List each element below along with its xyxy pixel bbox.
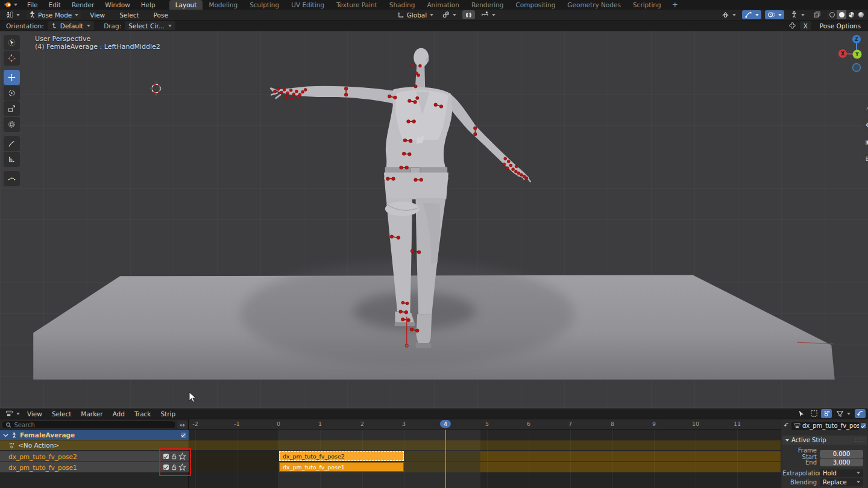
xray-pose-dropdown[interactable] <box>788 10 807 19</box>
menu-window[interactable]: Window <box>99 0 135 10</box>
menu-file[interactable]: File <box>22 0 43 10</box>
gizmo-x-label: X <box>841 51 845 57</box>
pivot-point-dropdown[interactable] <box>439 10 459 19</box>
nla-select-tool-icon[interactable] <box>796 409 807 418</box>
frame-start-value[interactable]: 0.000 <box>820 450 863 458</box>
nla-strip-pose2[interactable]: dx_pm_tuto_fv_pose2 <box>279 451 404 461</box>
xray-box-icon <box>813 11 821 19</box>
tab-scripting[interactable]: Scripting <box>627 0 667 10</box>
pose-options-icon-button[interactable] <box>785 21 800 30</box>
search-input[interactable] <box>14 422 172 428</box>
blender-menu-button[interactable] <box>0 0 22 10</box>
tab-modeling[interactable]: Modeling <box>203 0 244 10</box>
menu-select[interactable]: Select <box>114 10 144 20</box>
close-x-label: X <box>804 22 808 30</box>
tab-sculpting[interactable]: Sculpting <box>244 0 285 10</box>
nla-menu-view[interactable]: View <box>22 409 47 419</box>
tab-animation[interactable]: Animation <box>421 0 465 10</box>
nla-menu-track[interactable]: Track <box>130 409 156 419</box>
nla-view-values-toggle[interactable] <box>821 409 832 418</box>
chevron-down-icon <box>453 14 456 16</box>
toggle-region-button[interactable]: ↔ <box>177 421 187 429</box>
track-row-object[interactable]: FemaleAverage <box>0 430 189 440</box>
nla-strip-pose1[interactable]: dx_pm_tuto_fv_pose1 <box>279 462 404 472</box>
strip-enable-checkbox[interactable] <box>861 423 866 428</box>
tab-shading[interactable]: Shading <box>383 0 421 10</box>
pivot-icon <box>442 11 450 19</box>
add-workspace-button[interactable]: + <box>667 0 683 10</box>
tab-compositing[interactable]: Compositing <box>510 0 562 10</box>
object-track-checkbox[interactable] <box>181 433 186 438</box>
current-frame-badge[interactable]: 4 <box>440 420 451 428</box>
tab-texture-paint[interactable]: Texture Paint <box>330 0 383 10</box>
menu-view[interactable]: View <box>84 10 110 20</box>
orientation-default-dropdown[interactable]: Default <box>48 21 94 30</box>
menu-edit[interactable]: Edit <box>43 0 66 10</box>
tool-measure[interactable] <box>4 152 20 167</box>
menu-pose[interactable]: Pose <box>148 10 174 20</box>
collapse-chevron-icon[interactable] <box>2 432 9 439</box>
tool-move[interactable] <box>4 70 20 85</box>
timeline-ruler[interactable]: -2 -1 0 1 2 3 5 6 7 8 9 10 11 4 <box>189 419 781 430</box>
dots-grid-icon <box>823 410 831 418</box>
overlays-toggle-dropdown[interactable] <box>765 10 784 19</box>
nla-menu-marker[interactable]: Marker <box>76 409 107 419</box>
viewport-3d[interactable]: User Perspective (4) FemaleAverage : Lef… <box>0 31 868 408</box>
nla-editor-type-button[interactable] <box>3 409 22 418</box>
search-icon <box>5 422 11 428</box>
search-field[interactable] <box>1 421 176 429</box>
gizmo-z-label: Z <box>855 37 858 42</box>
active-strip-panel-header[interactable]: Active Strip :::: <box>782 436 867 445</box>
shading-material-button[interactable] <box>846 10 856 19</box>
gizmos-toggle-dropdown[interactable] <box>742 10 761 19</box>
menu-help[interactable]: Help <box>136 0 161 10</box>
nla-menu-strip[interactable]: Strip <box>156 409 180 419</box>
mode-dropdown[interactable]: Pose Mode <box>26 10 81 19</box>
nla-back-to-tweak-icon[interactable] <box>855 409 866 418</box>
navigation-gizmo[interactable]: Z X Y <box>837 34 868 76</box>
playhead-line[interactable] <box>445 430 446 488</box>
scale-icon <box>8 105 16 113</box>
snap-settings-dropdown[interactable] <box>479 10 498 19</box>
annotation-red-box <box>159 448 191 476</box>
shading-wireframe-button[interactable] <box>827 10 837 19</box>
editor-type-button[interactable] <box>3 10 22 19</box>
tool-pose-breakdowner[interactable] <box>4 171 20 186</box>
tab-layout[interactable]: Layout <box>169 0 203 10</box>
tool-transform[interactable] <box>4 117 20 132</box>
drag-dropdown[interactable]: Select Cir... <box>125 21 175 30</box>
nla-menu-select[interactable]: Select <box>47 409 76 419</box>
blender-window: File Edit Render Window Help Layout Mode… <box>0 0 868 488</box>
shading-solid-button[interactable] <box>837 10 846 19</box>
nla-strip-icon <box>794 422 800 429</box>
nla-filter-dropdown[interactable] <box>834 409 853 418</box>
snap-toggle[interactable] <box>462 10 475 19</box>
object-visibility-dropdown[interactable] <box>719 10 738 19</box>
orientation-label: Orientation: <box>0 22 48 30</box>
menu-render[interactable]: Render <box>66 0 99 10</box>
tool-scale[interactable] <box>4 101 20 116</box>
tool-cursor[interactable] <box>4 51 20 66</box>
extrapolation-dropdown[interactable]: Hold <box>820 469 863 477</box>
end-value[interactable]: 3.000 <box>820 458 863 466</box>
nla-frame-region-icon[interactable] <box>808 409 819 418</box>
tab-uv-editing[interactable]: UV Editing <box>285 0 330 10</box>
ruler-tick: 7 <box>568 421 572 427</box>
transform-orientation-dropdown[interactable]: Global <box>395 10 436 19</box>
track-pose2-name: dx_pm_tuto_fv_pose2 <box>8 453 77 460</box>
tab-rendering[interactable]: Rendering <box>465 0 510 10</box>
nla-timeline[interactable]: -2 -1 0 1 2 3 5 6 7 8 9 10 11 4 dx_pm_tu… <box>189 419 781 488</box>
nla-editor-body: ↔ FemaleAverage <No Action> dx_pm_tuto_f… <box>0 419 868 488</box>
shading-rendered-button[interactable] <box>856 10 866 19</box>
toggle-xray-button[interactable] <box>811 10 823 19</box>
nla-menu-add[interactable]: Add <box>108 409 130 419</box>
strip-name-field[interactable]: dx_pm_tuto_fv_pose2 <box>791 422 859 430</box>
close-tool-settings-button[interactable]: X <box>800 21 811 30</box>
tool-annotate[interactable] <box>4 136 20 151</box>
panel-title: Active Strip <box>791 437 826 443</box>
tool-rotate[interactable] <box>4 86 20 101</box>
viewport-editor-icon <box>5 11 13 19</box>
blending-dropdown[interactable]: Replace <box>820 478 863 486</box>
tab-geometry-nodes[interactable]: Geometry Nodes <box>561 0 627 10</box>
tool-select-tweak[interactable] <box>4 35 20 50</box>
